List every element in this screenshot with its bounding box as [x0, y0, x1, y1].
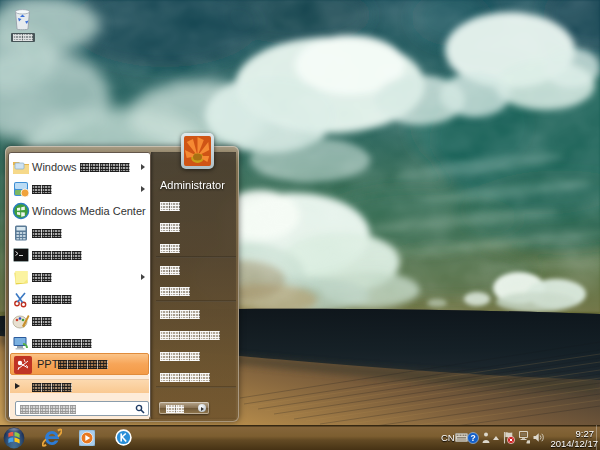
svg-text:?: ?: [470, 433, 475, 443]
